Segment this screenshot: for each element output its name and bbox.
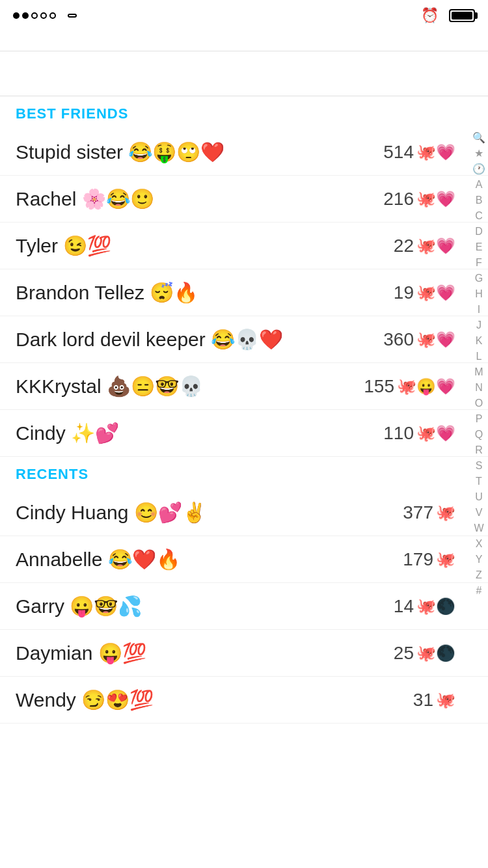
- contact-icons: 🐙😛💗: [397, 377, 455, 396]
- alpha-char[interactable]: F: [472, 255, 485, 271]
- contact-icons: 🐙: [436, 550, 455, 569]
- contact-icons: 🐙💗: [416, 237, 455, 255]
- list-item[interactable]: Cindy Huang 😊💕✌️377🐙: [0, 489, 488, 536]
- signal-dot-2: [22, 12, 29, 19]
- contact-icons: 🐙💗: [416, 284, 455, 302]
- list-item[interactable]: Stupid sister 😂🤑🙄❤️514🐙💗: [0, 129, 488, 176]
- alpha-char[interactable]: L: [472, 349, 485, 364]
- alpha-char[interactable]: B: [472, 193, 485, 208]
- alpha-char[interactable]: O: [472, 396, 485, 411]
- contact-list: BEST FRIENDSStupid sister 😂🤑🙄❤️514🐙💗Rach…: [0, 96, 488, 724]
- contact-score: 14: [394, 596, 414, 617]
- alpha-char[interactable]: S: [472, 458, 485, 474]
- list-item[interactable]: Dark lord devil keeper 😂💀❤️360🐙💗: [0, 316, 488, 363]
- contact-name: Stupid sister 😂🤑🙄❤️: [16, 141, 383, 163]
- section-header: RECENTS: [0, 457, 488, 489]
- alpha-char[interactable]: M: [472, 364, 485, 380]
- contact-meta: 514🐙💗: [383, 142, 455, 163]
- battery-fill: [452, 12, 472, 20]
- signal-dots: [13, 12, 56, 19]
- alpha-char[interactable]: 🕐: [472, 161, 485, 177]
- signal-dot-5: [49, 12, 56, 19]
- alpha-char[interactable]: X: [472, 536, 485, 552]
- list-item[interactable]: Garry 😛🤓💦14🐙🌑: [0, 583, 488, 630]
- contact-meta: 216🐙💗: [383, 189, 455, 210]
- alpha-char[interactable]: C: [472, 208, 485, 224]
- header: [0, 29, 488, 51]
- contact-meta: 179🐙: [403, 549, 455, 570]
- contact-meta: 155🐙😛💗: [364, 376, 455, 397]
- alpha-char[interactable]: V: [472, 505, 485, 521]
- list-item[interactable]: Daymian 😛💯25🐙🌑: [0, 630, 488, 677]
- contact-icons: 🐙💗: [416, 424, 455, 442]
- status-bar: ⏰: [0, 0, 488, 29]
- contact-icons: 🐙🌑: [416, 597, 455, 616]
- contact-icons: 🐙💗: [416, 190, 455, 208]
- alpha-char[interactable]: 🔍: [472, 130, 485, 146]
- alpha-char[interactable]: W: [472, 521, 485, 536]
- section-header: BEST FRIENDS: [0, 96, 488, 129]
- contact-score: 377: [403, 502, 433, 523]
- status-right: ⏰: [421, 7, 475, 24]
- contact-score: 514: [383, 142, 414, 163]
- list-item[interactable]: Cindy ✨💕110🐙💗: [0, 410, 488, 457]
- signal-dot-3: [31, 12, 38, 19]
- alpha-char[interactable]: ★: [472, 146, 485, 161]
- alpha-char[interactable]: #: [472, 583, 485, 599]
- list-item[interactable]: Brandon Tellez 😴🔥19🐙💗: [0, 269, 488, 316]
- contact-name: Daymian 😛💯: [16, 642, 394, 664]
- alpha-char[interactable]: R: [472, 442, 485, 458]
- alpha-char[interactable]: Q: [472, 427, 485, 442]
- signal-dot-1: [13, 12, 20, 19]
- list-item[interactable]: Rachel 🌸😂🙂216🐙💗: [0, 176, 488, 223]
- contact-score: 25: [394, 643, 414, 664]
- contact-meta: 19🐙💗: [394, 282, 455, 303]
- list-item[interactable]: Annabelle 😂❤️🔥179🐙: [0, 536, 488, 583]
- alpha-char[interactable]: K: [472, 333, 485, 349]
- contact-icons: 🐙🌑: [416, 644, 455, 662]
- to-input[interactable]: [23, 63, 472, 84]
- signal-dot-4: [40, 12, 47, 19]
- contact-icons: 🐙: [436, 504, 455, 522]
- contact-name: Annabelle 😂❤️🔥: [16, 548, 403, 571]
- contact-meta: 22🐙💗: [394, 236, 455, 256]
- list-item[interactable]: Tyler 😉💯22🐙💗: [0, 223, 488, 269]
- list-item[interactable]: Wendy 😏😍💯31🐙: [0, 677, 488, 724]
- alpha-char[interactable]: I: [472, 302, 485, 318]
- contact-icons: 🐙💗: [416, 143, 455, 161]
- list-item[interactable]: KKKrystal 💩😑🤓💀155🐙😛💗: [0, 363, 488, 410]
- section-title: BEST FRIENDS: [16, 105, 128, 122]
- alpha-char[interactable]: E: [472, 239, 485, 255]
- alpha-char[interactable]: D: [472, 224, 485, 239]
- alpha-char[interactable]: H: [472, 286, 485, 302]
- contact-meta: 377🐙: [403, 502, 455, 523]
- contact-score: 216: [383, 189, 414, 210]
- contact-score: 110: [383, 423, 414, 444]
- alpha-char[interactable]: P: [472, 411, 485, 427]
- alpha-char[interactable]: Z: [472, 567, 485, 583]
- clock-icon: ⏰: [421, 7, 439, 24]
- contact-meta: 360🐙💗: [383, 329, 455, 350]
- contact-score: 19: [394, 282, 414, 303]
- alpha-char[interactable]: N: [472, 380, 485, 396]
- contact-name: Rachel 🌸😂🙂: [16, 187, 383, 210]
- contact-score: 22: [394, 236, 414, 256]
- contact-score: 360: [383, 329, 414, 350]
- status-left: [13, 12, 77, 19]
- contact-icons: 🐙💗: [416, 331, 455, 349]
- contact-name: KKKrystal 💩😑🤓💀: [16, 375, 364, 398]
- alpha-char[interactable]: U: [472, 489, 485, 505]
- contact-meta: 110🐙💗: [383, 423, 455, 444]
- alpha-char[interactable]: T: [472, 474, 485, 489]
- alpha-char[interactable]: J: [472, 318, 485, 333]
- contact-score: 179: [403, 549, 433, 570]
- vpn-badge: [68, 14, 77, 18]
- contact-name: Wendy 😏😍💯: [16, 688, 413, 711]
- contact-meta: 31🐙: [413, 690, 455, 711]
- alpha-char[interactable]: G: [472, 271, 485, 286]
- contact-name: Brandon Tellez 😴🔥: [16, 281, 394, 304]
- contact-name: Dark lord devil keeper 😂💀❤️: [16, 328, 383, 351]
- alpha-sidebar: 🔍★🕐ABCDEFGHIJKLMNOPQRSTUVWXYZ#: [472, 130, 485, 599]
- alpha-char[interactable]: Y: [472, 552, 485, 567]
- alpha-char[interactable]: A: [472, 177, 485, 193]
